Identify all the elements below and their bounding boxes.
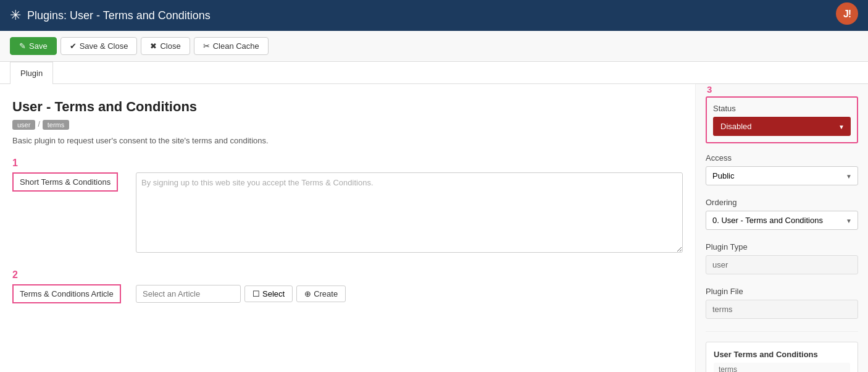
clean-cache-button[interactable]: ✂ Clean Cache — [194, 37, 269, 55]
annotation-title: User Terms and Conditions — [714, 350, 850, 359]
access-section: Access Public Registered Special — [706, 153, 858, 185]
plus-icon: ⊕ — [304, 289, 311, 298]
ordering-select[interactable]: 0. User - Terms and Conditions — [706, 211, 858, 230]
annotation-value: terms — [714, 363, 850, 372]
side-panel: 3 Status Enabled Disabled Access Public … — [695, 84, 868, 372]
page-title: Plugins: User - Terms and Conditions — [27, 9, 836, 22]
plugin-file-label: Plugin File — [706, 287, 858, 296]
step2-section: 2 Terms & Conditions Article ☐ Select ⊕ — [12, 269, 683, 303]
save-close-button[interactable]: ✔ Save & Close — [61, 37, 138, 55]
tag-separator: / — [38, 120, 40, 130]
plugin-file-section: Plugin File terms — [706, 287, 858, 319]
tabs-bar: Plugin — [0, 62, 868, 84]
short-terms-row: Short Terms & Conditions — [12, 172, 683, 255]
joomla-logo: J! — [836, 2, 858, 29]
article-label-col: Terms & Conditions Article — [12, 284, 136, 303]
status-select-wrapper: Enabled Disabled — [713, 117, 851, 136]
status-select[interactable]: Enabled Disabled — [713, 117, 851, 136]
access-select[interactable]: Public Registered Special — [706, 166, 858, 185]
select-article-button[interactable]: ☐ Select — [244, 285, 293, 302]
plugin-title: User - Terms and Conditions — [12, 99, 683, 115]
access-select-wrapper: Public Registered Special — [706, 166, 858, 185]
ordering-label: Ordering — [706, 198, 858, 207]
access-label: Access — [706, 153, 858, 163]
create-article-button[interactable]: ⊕ Create — [296, 285, 346, 302]
side-divider — [706, 331, 858, 332]
plugin-type-section: Plugin Type user — [706, 242, 858, 274]
main-panel: User - Terms and Conditions user / terms… — [0, 84, 695, 372]
plugin-type-value: user — [706, 255, 858, 274]
short-terms-textarea[interactable] — [136, 172, 683, 253]
annotation-box: User Terms and Conditions terms — [706, 342, 858, 372]
step2-number: 2 — [12, 269, 683, 281]
article-input[interactable] — [136, 285, 241, 303]
short-terms-control-col — [136, 172, 683, 255]
short-terms-label: Short Terms & Conditions — [12, 172, 118, 192]
status-label: Status — [713, 104, 851, 113]
plugin-description: Basic plugin to request user's consent t… — [12, 136, 683, 145]
save-button[interactable]: ✎ Save — [10, 37, 57, 55]
ordering-select-wrapper: 0. User - Terms and Conditions — [706, 211, 858, 230]
short-terms-label-col: Short Terms & Conditions — [12, 172, 136, 192]
tag-terms: terms — [43, 120, 70, 130]
plugins-icon: ✳ — [10, 7, 21, 23]
joomla-icon: J! — [836, 2, 858, 25]
step1-number: 1 — [12, 158, 683, 169]
save-icon: ✎ — [19, 41, 26, 51]
status-section: 3 Status Enabled Disabled — [706, 96, 858, 143]
article-label: Terms & Conditions Article — [12, 284, 121, 303]
tab-plugin[interactable]: Plugin — [10, 62, 53, 84]
plugin-type-label: Plugin Type — [706, 242, 858, 252]
step3-number: 3 — [707, 84, 712, 95]
tag-user: user — [12, 120, 35, 130]
svg-text:J!: J! — [843, 9, 851, 19]
check-icon: ✔ — [70, 41, 77, 51]
select-icon: ☐ — [252, 289, 260, 298]
article-control-col: ☐ Select ⊕ Create — [136, 285, 683, 303]
close-x-icon: ✖ — [150, 41, 157, 51]
content-area: User - Terms and Conditions user / terms… — [0, 84, 868, 372]
step1-section: 1 Short Terms & Conditions — [12, 158, 683, 255]
close-button[interactable]: ✖ Close — [141, 37, 190, 55]
article-row: Terms & Conditions Article ☐ Select ⊕ Cr… — [12, 284, 683, 303]
breadcrumb-tags: user / terms — [12, 120, 683, 130]
scissors-icon: ✂ — [203, 41, 210, 51]
ordering-section: Ordering 0. User - Terms and Conditions — [706, 198, 858, 230]
plugin-file-value: terms — [706, 300, 858, 319]
toolbar: ✎ Save ✔ Save & Close ✖ Close ✂ Clean Ca… — [0, 31, 868, 62]
main: Plugin User - Terms and Conditions user … — [0, 62, 868, 372]
header: ✳ Plugins: User - Terms and Conditions J… — [0, 0, 868, 31]
